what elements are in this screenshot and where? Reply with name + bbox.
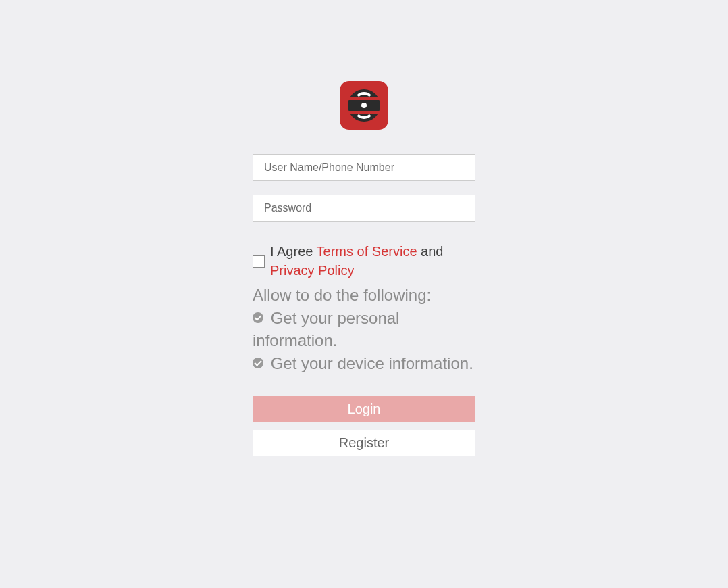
agree-checkbox[interactable]: [253, 255, 265, 268]
check-circle-icon: [253, 358, 263, 368]
terms-of-service-link[interactable]: Terms of Service: [317, 244, 417, 259]
password-input[interactable]: [253, 195, 475, 222]
app-logo-icon: [340, 81, 388, 130]
permission-item: Get your device information.: [253, 352, 475, 375]
logo-wrapper: [253, 81, 475, 130]
login-button[interactable]: Login: [253, 396, 475, 422]
privacy-policy-link[interactable]: Privacy Policy: [270, 263, 354, 278]
permission-item-label: Get your device information.: [271, 354, 473, 372]
agree-middle: and: [417, 244, 444, 259]
permissions-block: Allow to do the following: Get your pers…: [253, 284, 475, 374]
permission-item-label: Get your personal information.: [253, 309, 399, 350]
check-circle-icon: [253, 312, 263, 323]
agreement-row: I Agree Terms of Service and Privacy Pol…: [253, 242, 475, 280]
login-container: I Agree Terms of Service and Privacy Pol…: [253, 0, 475, 456]
permissions-heading: Allow to do the following:: [253, 284, 475, 307]
username-input[interactable]: [253, 154, 475, 181]
agreement-text: I Agree Terms of Service and Privacy Pol…: [270, 242, 475, 280]
register-button[interactable]: Register: [253, 430, 475, 456]
permission-item: Get your personal information.: [253, 307, 475, 352]
agree-prefix: I Agree: [270, 244, 317, 259]
